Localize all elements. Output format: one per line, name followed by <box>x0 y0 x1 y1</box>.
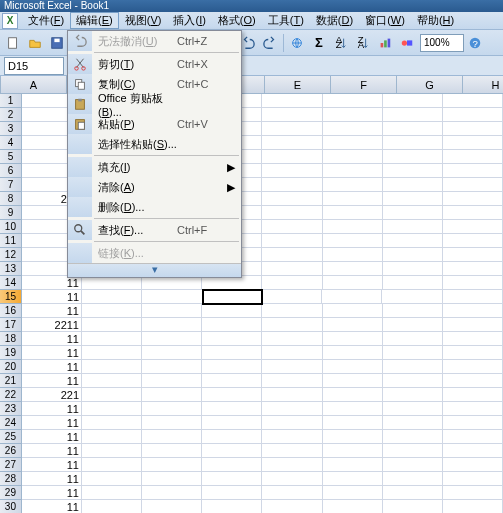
cell-D14[interactable] <box>202 276 262 290</box>
menu-视图[interactable]: 视图(V) <box>119 12 168 29</box>
cell-H19[interactable] <box>443 346 503 360</box>
cell-G22[interactable] <box>383 388 443 402</box>
cell-A18[interactable]: 11 <box>22 332 82 346</box>
cell-G19[interactable] <box>383 346 443 360</box>
cell-F1[interactable] <box>323 94 383 108</box>
cell-E22[interactable] <box>262 388 322 402</box>
menu-帮助[interactable]: 帮助(H) <box>411 12 460 29</box>
cell-F17[interactable] <box>323 318 383 332</box>
cell-B15[interactable] <box>82 290 142 304</box>
cell-F26[interactable] <box>323 444 383 458</box>
cell-H28[interactable] <box>443 472 503 486</box>
cell-F23[interactable] <box>323 402 383 416</box>
cell-D29[interactable] <box>202 486 262 500</box>
cell-C20[interactable] <box>142 360 202 374</box>
name-box[interactable]: D15 <box>4 57 64 75</box>
menu-item-删除[interactable]: 删除(D)... <box>68 197 241 217</box>
menu-文件[interactable]: 文件(F) <box>22 12 70 29</box>
row-header-5[interactable]: 5 <box>0 150 22 164</box>
cell-D24[interactable] <box>202 416 262 430</box>
cell-B27[interactable] <box>82 458 142 472</box>
cell-H18[interactable] <box>443 332 503 346</box>
row-header-12[interactable]: 12 <box>0 248 22 262</box>
cell-E29[interactable] <box>262 486 322 500</box>
cell-C14[interactable] <box>142 276 202 290</box>
cell-C29[interactable] <box>142 486 202 500</box>
col-header-F[interactable]: F <box>331 76 397 94</box>
cell-G20[interactable] <box>383 360 443 374</box>
cell-D20[interactable] <box>202 360 262 374</box>
cell-F3[interactable] <box>323 122 383 136</box>
cell-C19[interactable] <box>142 346 202 360</box>
cell-H30[interactable] <box>443 500 503 513</box>
cell-E17[interactable] <box>262 318 322 332</box>
cell-F16[interactable] <box>323 304 383 318</box>
row-header-8[interactable]: 8 <box>0 192 22 206</box>
cell-A21[interactable]: 11 <box>22 374 82 388</box>
cell-B24[interactable] <box>82 416 142 430</box>
cell-H14[interactable] <box>443 276 503 290</box>
cell-G7[interactable] <box>383 178 443 192</box>
cell-F10[interactable] <box>323 220 383 234</box>
cell-H23[interactable] <box>443 402 503 416</box>
menu-窗口[interactable]: 窗口(W) <box>359 12 411 29</box>
row-header-20[interactable]: 20 <box>0 360 22 374</box>
cell-F11[interactable] <box>323 234 383 248</box>
cell-E8[interactable] <box>262 192 322 206</box>
cell-A14[interactable]: 11 <box>22 276 82 290</box>
cell-G28[interactable] <box>383 472 443 486</box>
row-header-15[interactable]: 15 <box>0 290 22 304</box>
cell-E28[interactable] <box>262 472 322 486</box>
menu-插入[interactable]: 插入(I) <box>167 12 211 29</box>
row-header-22[interactable]: 22 <box>0 388 22 402</box>
cell-G29[interactable] <box>383 486 443 500</box>
cell-C22[interactable] <box>142 388 202 402</box>
cell-H2[interactable] <box>443 108 503 122</box>
cell-A22[interactable]: 221 <box>22 388 82 402</box>
col-header-H[interactable]: H <box>463 76 503 94</box>
cell-G1[interactable] <box>383 94 443 108</box>
cell-G23[interactable] <box>383 402 443 416</box>
cell-B19[interactable] <box>82 346 142 360</box>
row-header-28[interactable]: 28 <box>0 472 22 486</box>
cell-G12[interactable] <box>383 248 443 262</box>
cell-F15[interactable] <box>322 290 382 304</box>
cell-F14[interactable] <box>323 276 383 290</box>
cell-F20[interactable] <box>323 360 383 374</box>
menu-item-查找[interactable]: 查找(F)...Ctrl+F <box>68 220 241 240</box>
chart-icon[interactable] <box>375 33 395 53</box>
menu-item-填充[interactable]: 填充(I)▶ <box>68 157 241 177</box>
cell-G17[interactable] <box>383 318 443 332</box>
cell-E24[interactable] <box>262 416 322 430</box>
cell-E3[interactable] <box>262 122 322 136</box>
cell-H10[interactable] <box>443 220 503 234</box>
cell-G25[interactable] <box>383 430 443 444</box>
cell-H7[interactable] <box>443 178 503 192</box>
cell-D27[interactable] <box>202 458 262 472</box>
cell-H1[interactable] <box>443 94 503 108</box>
cell-H5[interactable] <box>443 150 503 164</box>
help-icon[interactable]: ? <box>465 33 485 53</box>
cell-E19[interactable] <box>262 346 322 360</box>
cell-G4[interactable] <box>383 136 443 150</box>
cell-G6[interactable] <box>383 164 443 178</box>
cell-D22[interactable] <box>202 388 262 402</box>
row-header-25[interactable]: 25 <box>0 430 22 444</box>
cell-H4[interactable] <box>443 136 503 150</box>
menu-item-Office 剪贴板[interactable]: Office 剪贴板(B)... <box>68 94 241 114</box>
cell-C25[interactable] <box>142 430 202 444</box>
cell-C23[interactable] <box>142 402 202 416</box>
cell-G16[interactable] <box>383 304 443 318</box>
row-header-1[interactable]: 1 <box>0 94 22 108</box>
cell-E9[interactable] <box>262 206 322 220</box>
cell-A28[interactable]: 11 <box>22 472 82 486</box>
drawing-icon[interactable] <box>397 33 417 53</box>
cell-E7[interactable] <box>262 178 322 192</box>
cell-A16[interactable]: 11 <box>22 304 82 318</box>
cell-G13[interactable] <box>383 262 443 276</box>
cell-C21[interactable] <box>142 374 202 388</box>
row-header-6[interactable]: 6 <box>0 164 22 178</box>
col-header-E[interactable]: E <box>265 76 331 94</box>
cell-E14[interactable] <box>262 276 322 290</box>
row-header-14[interactable]: 14 <box>0 276 22 290</box>
